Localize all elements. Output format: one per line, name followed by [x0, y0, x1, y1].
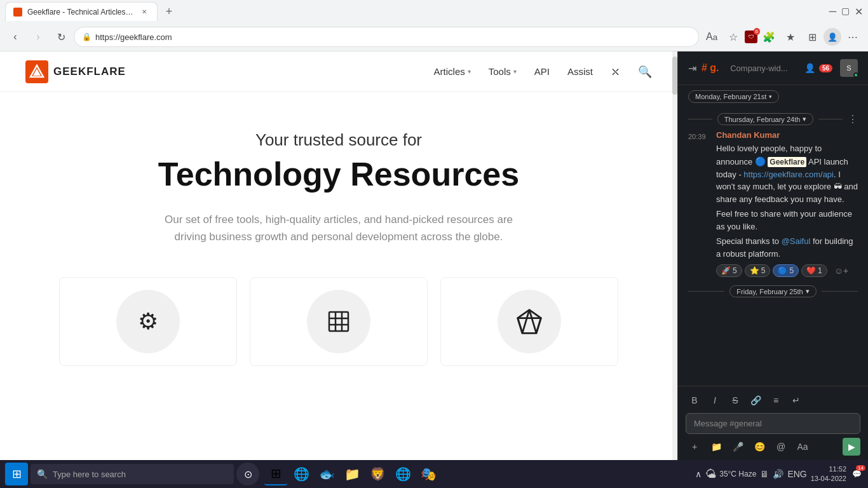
- message-area[interactable]: Monday, February 21st ▾ Thursday, Februa…: [678, 85, 868, 386]
- sidebar-back-icon[interactable]: ⇥: [688, 62, 696, 74]
- strikethrough-button[interactable]: S: [726, 391, 744, 409]
- thursday-date-badge[interactable]: Thursday, February 24th ▾: [717, 113, 814, 125]
- hero-description: Our set of free tools, high-quality arti…: [148, 211, 529, 245]
- share-icon[interactable]: ⤬: [611, 65, 620, 79]
- sidebar-icon-1[interactable]: 👤: [804, 63, 815, 73]
- tools-nav-link[interactable]: Tools ▾: [489, 66, 517, 77]
- hero-subtitle: Your trusted source for: [25, 130, 652, 150]
- weather-icon: 🌤: [705, 468, 717, 481]
- list-button[interactable]: ≡: [767, 391, 785, 409]
- taskbar-tray: ∧ 🌤 35°C Haze 🖥 🔊 ENG 11:52 13-04-2022 💬…: [695, 464, 863, 484]
- taskbar-fish[interactable]: 🐟: [315, 463, 338, 485]
- feature-card-2[interactable]: [250, 277, 428, 366]
- extension-icon[interactable]: 🛡 6: [745, 30, 757, 43]
- company-wide-label: Company-wid...: [730, 64, 787, 73]
- italic-button[interactable]: I: [706, 391, 724, 409]
- api-link[interactable]: https://geekflare.com/api: [743, 170, 834, 179]
- website-nav-links: Articles ▾ Tools ▾ API Assist ⤬ 🔍: [434, 65, 652, 79]
- start-button[interactable]: ⊞: [5, 463, 28, 485]
- tray-lang-icon[interactable]: ENG: [787, 469, 806, 479]
- taskbar-explorer[interactable]: 📁: [341, 463, 363, 485]
- api-nav-link[interactable]: API: [534, 66, 550, 77]
- message-text-2: Feel free to share with your audience as…: [716, 208, 858, 233]
- articles-nav-link[interactable]: Articles ▾: [434, 66, 471, 77]
- extension-badge: 6: [754, 28, 760, 35]
- sidebar-notification-count[interactable]: 56: [819, 64, 832, 72]
- send-button[interactable]: ▶: [843, 438, 860, 456]
- feature-card-1[interactable]: ⚙: [59, 277, 237, 366]
- menu-button[interactable]: ⋯: [843, 27, 863, 47]
- taskbar-search[interactable]: 🔍 Type here to search: [31, 464, 234, 484]
- mention-saiful[interactable]: @Saiful: [782, 236, 811, 246]
- bookmark-button[interactable]: ☆: [723, 27, 743, 47]
- geekflare-highlight: Geekflare: [768, 157, 806, 167]
- taskbar-task-view[interactable]: ⊞: [264, 463, 287, 485]
- emoji-button[interactable]: 😊: [750, 438, 768, 456]
- collections-button[interactable]: ⊞: [802, 27, 822, 47]
- more-options-icon[interactable]: ⋮: [848, 113, 858, 125]
- new-tab-button[interactable]: +: [160, 3, 178, 20]
- card-icon-table: [307, 290, 370, 353]
- favorites-button[interactable]: ★: [780, 27, 801, 47]
- notification-button[interactable]: 💬 14: [850, 468, 863, 480]
- search-icon: 🔍: [37, 469, 48, 479]
- close-button[interactable]: ✕: [855, 6, 863, 18]
- tray-clock[interactable]: 11:52 13-04-2022: [811, 464, 846, 484]
- mention-button[interactable]: @: [772, 438, 790, 456]
- attach-button[interactable]: 📁: [707, 438, 725, 456]
- user-avatar[interactable]: S: [840, 59, 858, 77]
- message-author: Chandan Kumar: [716, 130, 780, 140]
- profile-button[interactable]: 👤: [824, 28, 841, 46]
- scrollbar[interactable]: [672, 51, 677, 461]
- extensions-button[interactable]: 🧩: [759, 27, 779, 47]
- message-text: Hello lovely people, happy to announce 🔵…: [716, 142, 858, 205]
- reaction-star[interactable]: ⭐ 5: [745, 264, 771, 277]
- hero-title: Technology Resources: [25, 155, 652, 193]
- tray-expand[interactable]: ∧: [695, 469, 702, 479]
- format-button[interactable]: Aa: [794, 438, 811, 456]
- add-button[interactable]: +: [686, 438, 703, 456]
- search-icon[interactable]: 🔍: [638, 65, 652, 79]
- bold-button[interactable]: B: [686, 391, 703, 409]
- svg-rect-2: [329, 312, 348, 331]
- hero-section: Your trusted source for Technology Resou…: [0, 92, 677, 366]
- friday-date-badge[interactable]: Friday, February 25th ▾: [729, 285, 816, 297]
- address-bar[interactable]: 🔒 https://geekflare.com: [74, 27, 699, 47]
- assist-nav-link[interactable]: Assist: [567, 66, 593, 77]
- tray-network-icon[interactable]: 🖥: [760, 469, 769, 479]
- taskbar-zoom[interactable]: 🎭: [417, 463, 440, 485]
- reaction-rocket[interactable]: 🚀 5: [716, 264, 742, 277]
- monday-date-badge[interactable]: Monday, February 21st ▾: [688, 90, 779, 103]
- back-button[interactable]: ‹: [5, 27, 25, 47]
- scrollbar-thumb[interactable]: [672, 57, 677, 95]
- feature-card-3[interactable]: [440, 277, 618, 366]
- translate-button[interactable]: Aa: [702, 27, 722, 47]
- message-input[interactable]: Message #general: [686, 413, 860, 434]
- tab-close-button[interactable]: ✕: [139, 7, 149, 17]
- add-reaction-button[interactable]: ☺+: [830, 264, 853, 278]
- taskbar-edge[interactable]: 🌐: [290, 463, 313, 485]
- link-button[interactable]: 🔗: [747, 391, 764, 409]
- reaction-heart[interactable]: ❤️ 1: [801, 264, 827, 277]
- taskbar-chrome[interactable]: 🌐: [391, 463, 414, 485]
- workspace-info: # g.: [702, 62, 725, 74]
- forward-button[interactable]: ›: [28, 27, 48, 47]
- message-time: 20:39: [688, 133, 706, 140]
- tray-audio-icon[interactable]: 🔊: [773, 469, 783, 479]
- geekflare-logo[interactable]: GEEKFLARE: [25, 60, 126, 83]
- cortana-button[interactable]: ⊙: [236, 463, 259, 485]
- audio-button[interactable]: 🎤: [729, 438, 747, 456]
- tray-weather[interactable]: 🌤 35°C Haze: [705, 468, 756, 481]
- taskbar-apps: ⊞ 🌐 🐟 📁 🦁 🌐 🎭: [264, 463, 440, 485]
- active-tab[interactable]: Geekflare - Technical Articles, To... ✕: [5, 2, 158, 21]
- tab-title: Geekflare - Technical Articles, To...: [27, 8, 134, 17]
- maximize-button[interactable]: ▢: [841, 6, 850, 18]
- svg-line-12: [536, 318, 541, 334]
- tab-bar: Geekflare - Technical Articles, To... ✕ …: [5, 2, 178, 21]
- input-placeholder: Message #general: [694, 419, 852, 428]
- minimize-button[interactable]: ─: [829, 6, 836, 18]
- refresh-button[interactable]: ↻: [51, 27, 71, 47]
- reaction-blue[interactable]: 🔵 5: [773, 264, 799, 277]
- taskbar-brave[interactable]: 🦁: [366, 463, 389, 485]
- blockquote-button[interactable]: ↵: [787, 391, 805, 409]
